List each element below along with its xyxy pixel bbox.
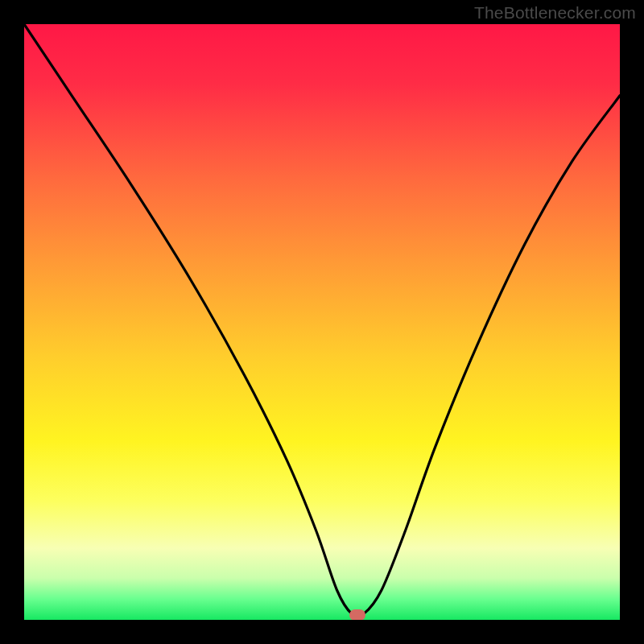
chart-frame: TheBottlenecker.com (0, 0, 644, 644)
bottleneck-curve (24, 24, 620, 620)
watermark-text: TheBottlenecker.com (474, 3, 636, 23)
plot-area (24, 24, 620, 620)
optimum-marker (349, 609, 365, 620)
